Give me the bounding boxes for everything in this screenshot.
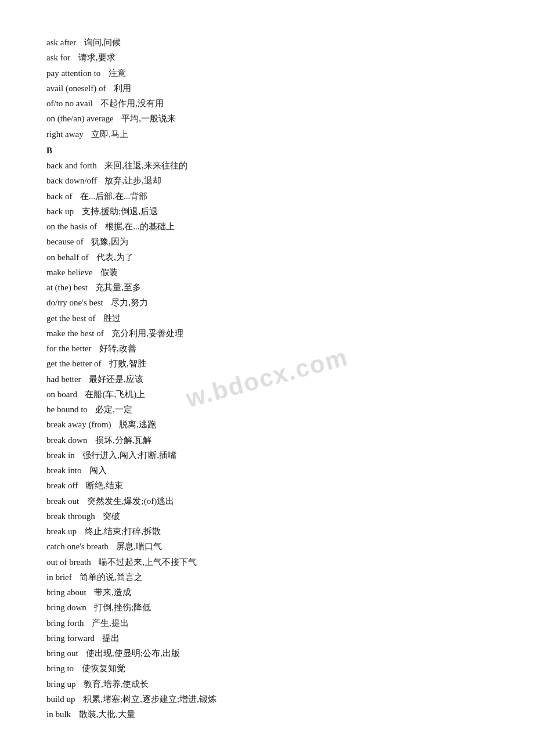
definition: 在...后部,在...背部 bbox=[76, 189, 148, 204]
list-item: back down/off 放弃,让步,退却 bbox=[46, 173, 488, 188]
list-item: build up 积累,堵塞;树立,逐步建立;增进,锻炼 bbox=[46, 692, 488, 707]
list-item: break down 损坏,分解,瓦解 bbox=[46, 433, 488, 448]
list-item: get the better of 打败,智胜 bbox=[46, 356, 488, 371]
list-item: break up 终止,结束;打碎,拆散 bbox=[46, 524, 488, 539]
list-item: on (the/an) average 平均,一般说来 bbox=[46, 111, 488, 126]
phrase: break away (from) bbox=[46, 417, 111, 432]
definition: 充其量,至多 bbox=[91, 280, 141, 295]
phrase: at (the) best bbox=[46, 280, 88, 295]
definition: 突破 bbox=[99, 509, 121, 524]
list-item: be bound to 必定,一定 bbox=[46, 402, 488, 417]
definition: 必定,一定 bbox=[91, 402, 132, 417]
list-item: out of breath 喘不过起来,上气不接下气 bbox=[46, 555, 488, 570]
phrase: make believe bbox=[46, 265, 93, 280]
list-item: at (the) best 充其量,至多 bbox=[46, 280, 488, 295]
definition: 请求,要求 bbox=[74, 50, 115, 65]
list-item: make believe 假装 bbox=[46, 265, 488, 280]
phrase: pay attention to bbox=[46, 66, 100, 81]
definition: 根据,在...的基础上 bbox=[100, 219, 175, 234]
list-item: break off 断绝,结束 bbox=[46, 478, 488, 493]
definition: 喘不过起来,上气不接下气 bbox=[95, 555, 197, 570]
phrase: bring forth bbox=[46, 615, 84, 631]
definition: 教育,培养,使成长 bbox=[79, 676, 149, 692]
definition: 产生,提出 bbox=[88, 615, 129, 631]
phrase: for the better bbox=[46, 341, 91, 356]
phrase: of/to no avail bbox=[46, 96, 93, 111]
definition: 散装,大批,大量 bbox=[74, 707, 135, 722]
phrase: back down/off bbox=[46, 173, 97, 188]
phrase: break up bbox=[46, 524, 77, 539]
phrase: make the best of bbox=[46, 326, 104, 341]
content: ask after 询问,问候ask for 请求,要求pay attentio… bbox=[46, 35, 488, 722]
definition: 终止,结束;打碎,拆散 bbox=[80, 524, 161, 539]
phrase: bring forward bbox=[46, 631, 95, 646]
definition: 闯入 bbox=[85, 463, 107, 478]
list-item: back and forth 来回,往返,来来往往的 bbox=[46, 158, 488, 173]
list-item: bring to 使恢复知觉 bbox=[46, 661, 488, 676]
phrase: do/try one's best bbox=[46, 295, 103, 310]
definition: 代表,为了 bbox=[92, 250, 133, 265]
phrase: get the best of bbox=[46, 311, 96, 326]
list-item: break away (from) 脱离,逃跑 bbox=[46, 417, 488, 432]
list-item: avail (oneself) of 利用 bbox=[46, 81, 488, 96]
definition: 打败,智胜 bbox=[105, 356, 146, 371]
phrase: in brief bbox=[46, 570, 72, 585]
phrase: bring down bbox=[46, 600, 86, 615]
list-item: back of 在...后部,在...背部 bbox=[46, 189, 488, 204]
definition: 打倒,挫伤;降低 bbox=[90, 600, 151, 615]
list-item: on board 在船(车,飞机)上 bbox=[46, 387, 488, 402]
phrase: ask for bbox=[46, 50, 70, 65]
list-item: in brief 简单的说,简言之 bbox=[46, 570, 488, 585]
phrase: right away bbox=[46, 127, 84, 142]
phrase: out of breath bbox=[46, 555, 91, 570]
definition: 使出现,使显明;公布,出版 bbox=[82, 646, 180, 661]
phrase: break in bbox=[46, 448, 75, 463]
phrase: catch one's breath bbox=[46, 539, 109, 554]
definition: 带来,造成 bbox=[90, 585, 131, 600]
definition: 胜过 bbox=[99, 311, 121, 326]
list-item: bring out 使出现,使显明;公布,出版 bbox=[46, 646, 488, 661]
definition: 犹豫,因为 bbox=[87, 234, 128, 249]
list-item: on the basis of 根据,在...的基础上 bbox=[46, 219, 488, 234]
definition: 脱离,逃跑 bbox=[115, 417, 156, 432]
definition: 积累,堵塞;树立,逐步建立;增进,锻炼 bbox=[79, 692, 217, 707]
definition: 提出 bbox=[98, 631, 120, 646]
phrase: bring about bbox=[46, 585, 86, 600]
phrase: bring out bbox=[46, 646, 78, 661]
phrase: break down bbox=[46, 433, 87, 448]
definition: 注意 bbox=[104, 66, 126, 81]
phrase: in bulk bbox=[46, 707, 71, 722]
definition: 放弃,让步,退却 bbox=[100, 173, 161, 188]
definition: 损坏,分解,瓦解 bbox=[91, 433, 151, 448]
list-item: on behalf of 代表,为了 bbox=[46, 250, 488, 265]
list-item: bring up 教育,培养,使成长 bbox=[46, 676, 488, 692]
list-item: bring forth 产生,提出 bbox=[46, 615, 488, 631]
definition: 好转,改善 bbox=[95, 341, 136, 356]
definition: 支持,援助;倒退,后退 bbox=[77, 204, 158, 219]
definition: 断绝,结束 bbox=[81, 478, 122, 493]
definition: 尽力,努力 bbox=[107, 295, 148, 310]
definition: 充分利用,妥善处理 bbox=[107, 326, 183, 341]
list-item: break into 闯入 bbox=[46, 463, 488, 478]
list-item: right away 立即,马上 bbox=[46, 127, 488, 142]
phrase: back and forth bbox=[46, 158, 97, 173]
definition: 来回,往返,来来往往的 bbox=[100, 158, 187, 173]
definition: 利用 bbox=[109, 81, 131, 96]
list-item: for the better 好转,改善 bbox=[46, 341, 488, 356]
phrase: be bound to bbox=[46, 402, 88, 417]
definition: 询问,问候 bbox=[80, 35, 121, 50]
list-item: bring about 带来,造成 bbox=[46, 585, 488, 600]
phrase: bring to bbox=[46, 661, 74, 676]
phrase: on the basis of bbox=[46, 219, 97, 234]
list-item: back up 支持,援助;倒退,后退 bbox=[46, 204, 488, 219]
list-item: had better 最好还是,应该 bbox=[46, 372, 488, 387]
phrase: bring up bbox=[46, 676, 75, 692]
section-letter: B bbox=[46, 143, 488, 158]
list-item: bring forward 提出 bbox=[46, 631, 488, 646]
list-item: because of 犹豫,因为 bbox=[46, 234, 488, 249]
phrase: on (the/an) average bbox=[46, 111, 114, 126]
phrase: break out bbox=[46, 494, 79, 509]
phrase: break into bbox=[46, 463, 81, 478]
phrase: break off bbox=[46, 478, 78, 493]
list-item: ask for 请求,要求 bbox=[46, 50, 488, 65]
